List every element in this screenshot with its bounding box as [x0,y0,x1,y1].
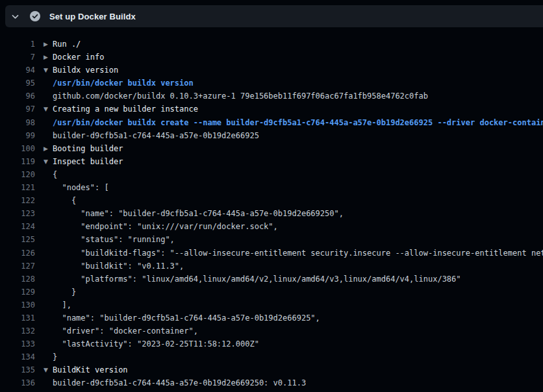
log-line: 128 "platforms": "linux/amd64,linux/amd6… [0,273,543,286]
log-group-line[interactable]: 97▼Creating a new builder instance [0,103,543,116]
line-number[interactable]: 127 [0,260,35,273]
line-number[interactable]: 1 [0,38,35,51]
log-line: 99builder-d9cfb5a1-c764-445a-a57e-0b19d2… [0,129,543,142]
line-number[interactable]: 7 [0,51,35,64]
log-group-line[interactable]: 7▶Docker info [0,51,543,64]
log-text: Creating a new builder instance [53,103,198,116]
log-text: Inspect builder [53,155,123,168]
log-line: 121 "nodes": [ [0,181,543,194]
log-line: 120{ [0,168,543,181]
line-number[interactable]: 98 [0,116,35,129]
log-line: 95/usr/bin/docker buildx version [0,77,543,90]
log-line: 98/usr/bin/docker buildx create --name b… [0,116,543,129]
arrow-spacer [44,273,53,286]
collapse-step-button[interactable] [5,5,25,27]
arrow-spacer [44,376,53,389]
log-group-line[interactable]: 119▼Inspect builder [0,155,543,168]
line-number[interactable]: 130 [0,299,35,312]
triangle-right-icon: ▶ [44,51,53,64]
log-text: } [53,286,76,299]
log-text: Run ./ [53,38,81,51]
line-number[interactable]: 134 [0,350,35,363]
log-text: ], [53,299,71,312]
log-line: 132 "driver": "docker-container", [0,325,543,337]
log-text: /usr/bin/docker buildx create --name bui… [53,116,543,129]
line-number[interactable]: 126 [0,247,35,260]
step-title: Set up Docker Buildx [49,12,136,21]
line-number[interactable]: 135 [0,363,35,376]
log-text: /usr/bin/docker buildx version [53,77,194,90]
log-line: 122 { [0,194,543,207]
arrow-spacer [44,181,53,194]
log-line: 133 "lastActivity": "2023-02-25T11:58:12… [0,337,543,350]
line-number[interactable]: 121 [0,181,35,194]
arrow-spacer [44,350,53,363]
line-number[interactable]: 120 [0,168,35,181]
check-circle-icon [30,11,40,21]
line-number[interactable]: 124 [0,220,35,233]
line-number[interactable]: 123 [0,207,35,220]
triangle-down-icon: ▼ [44,155,53,168]
log-line: 129 } [0,286,543,299]
log-text: "name": "builder-d9cfb5a1-c764-445a-a57e… [53,207,344,220]
line-number[interactable]: 131 [0,312,35,325]
line-number[interactable]: 122 [0,194,35,207]
arrow-spacer [44,286,53,299]
log-line: 136builder-d9cfb5a1-c764-445a-a57e-0b19d… [0,376,543,389]
log-text: github.com/docker/buildx 0.10.3+azure-1 … [53,90,428,103]
log-text: "driver": "docker-container", [53,325,198,337]
arrow-spacer [44,220,53,233]
log-line: 134} [0,350,543,363]
triangle-down-icon: ▼ [44,64,53,77]
line-number[interactable]: 128 [0,273,35,286]
arrow-spacer [44,207,53,220]
log-line: 96github.com/docker/buildx 0.10.3+azure-… [0,90,543,103]
line-number[interactable]: 136 [0,376,35,389]
line-number[interactable]: 96 [0,90,35,103]
arrow-spacer [44,116,53,129]
log-text: builder-d9cfb5a1-c764-445a-a57e-0b19d2e6… [53,376,306,389]
line-number[interactable]: 99 [0,129,35,142]
line-number[interactable]: 133 [0,337,35,350]
log-text: "endpoint": "unix:///var/run/docker.sock… [53,220,278,233]
log-group-line[interactable]: 94▼Buildx version [0,64,543,77]
log-text: { [53,168,57,181]
log-text: BuildKit version [53,363,128,376]
log-text: Booting builder [53,142,123,155]
log-line: 130 ], [0,299,543,312]
log-line: 126 "buildkitd-flags": "--allow-insecure… [0,247,543,260]
log-line: 123 "name": "builder-d9cfb5a1-c764-445a-… [0,207,543,220]
line-number[interactable]: 119 [0,155,35,168]
arrow-spacer [44,299,53,312]
line-number[interactable]: 97 [0,103,35,116]
log-line: 127 "buildkit": "v0.11.3", [0,260,543,273]
line-number[interactable]: 95 [0,77,35,90]
log-group-line[interactable]: 135▼BuildKit version [0,363,543,376]
log-text: "lastActivity": "2023-02-25T11:58:12.000… [53,337,259,350]
arrow-spacer [44,233,53,246]
arrow-spacer [44,325,53,337]
chevron-down-icon [11,12,19,21]
line-number[interactable]: 132 [0,325,35,337]
log-text: "nodes": [ [53,181,109,194]
log-text: Docker info [53,51,104,64]
line-number[interactable]: 125 [0,233,35,246]
arrow-spacer [44,312,53,325]
log-group-line[interactable]: 100▶Booting builder [0,142,543,155]
arrow-spacer [44,194,53,207]
log-text: "name": "builder-d9cfb5a1-c764-445a-a57e… [53,312,320,325]
arrow-spacer [44,337,53,350]
log-group-line[interactable]: 1▶Run ./ [0,38,543,51]
line-number[interactable]: 100 [0,142,35,155]
log-text: } [53,350,57,363]
log-text: { [53,194,76,207]
log-line: 124 "endpoint": "unix:///var/run/docker.… [0,220,543,233]
arrow-spacer [44,168,53,181]
log-line: 131 "name": "builder-d9cfb5a1-c764-445a-… [0,312,543,325]
arrow-spacer [44,260,53,273]
arrow-spacer [44,77,53,90]
step-header[interactable]: Set up Docker Buildx [5,5,543,27]
line-number[interactable]: 129 [0,286,35,299]
line-number[interactable]: 94 [0,64,35,77]
triangle-down-icon: ▼ [44,363,53,376]
